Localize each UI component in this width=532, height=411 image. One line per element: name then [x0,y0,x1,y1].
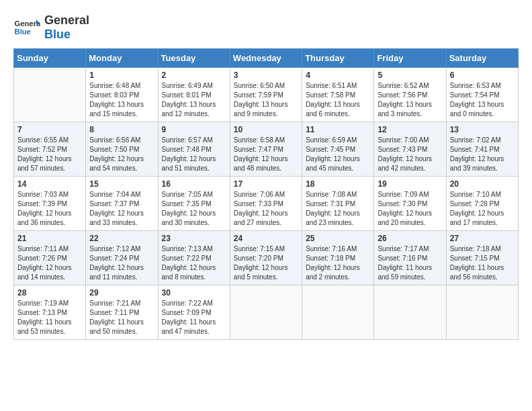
day-number: 9 [162,125,226,134]
calendar-cell: 22Sunrise: 7:12 AMSunset: 7:24 PMDayligh… [86,231,158,285]
day-info: Sunrise: 7:05 AMSunset: 7:35 PMDaylight:… [162,190,226,228]
calendar-cell: 30Sunrise: 7:22 AMSunset: 7:09 PMDayligh… [158,285,230,340]
calendar-cell: 17Sunrise: 7:06 AMSunset: 7:33 PMDayligh… [230,177,302,231]
day-number: 16 [162,179,226,189]
calendar-header-row: SundayMondayTuesdayWednesdayThursdayFrid… [14,49,519,68]
calendar-week-row: 21Sunrise: 7:11 AMSunset: 7:26 PMDayligh… [14,231,519,285]
day-info: Sunrise: 7:13 AMSunset: 7:22 PMDaylight:… [162,244,226,282]
calendar-cell: 16Sunrise: 7:05 AMSunset: 7:35 PMDayligh… [158,177,230,231]
day-number: 19 [378,179,442,189]
day-info: Sunrise: 6:58 AMSunset: 7:47 PMDaylight:… [234,136,298,173]
logo-icon: General Blue [13,14,40,41]
day-info: Sunrise: 6:55 AMSunset: 7:52 PMDaylight:… [17,136,82,173]
col-header-sunday: Sunday [14,49,86,68]
day-number: 6 [450,71,515,80]
calendar-cell: 4Sunrise: 6:51 AMSunset: 7:58 PMDaylight… [302,68,374,122]
col-header-wednesday: Wednesday [230,49,302,68]
col-header-tuesday: Tuesday [158,49,230,68]
day-number: 28 [17,288,82,298]
calendar-cell: 8Sunrise: 6:56 AMSunset: 7:50 PMDaylight… [86,122,158,177]
day-number: 12 [378,125,442,134]
calendar-cell: 21Sunrise: 7:11 AMSunset: 7:26 PMDayligh… [14,231,86,285]
calendar-cell [230,285,302,340]
day-number: 20 [450,179,515,189]
calendar-cell: 15Sunrise: 7:04 AMSunset: 7:37 PMDayligh… [86,177,158,231]
page-header: General Blue General Blue [13,13,519,42]
calendar-week-row: 7Sunrise: 6:55 AMSunset: 7:52 PMDaylight… [14,122,519,177]
day-number: 18 [306,179,370,189]
calendar-cell: 6Sunrise: 6:53 AMSunset: 7:54 PMDaylight… [446,68,518,122]
day-number: 4 [306,71,370,80]
calendar-cell: 29Sunrise: 7:21 AMSunset: 7:11 PMDayligh… [86,285,158,340]
day-info: Sunrise: 6:53 AMSunset: 7:54 PMDaylight:… [450,81,515,119]
day-info: Sunrise: 7:10 AMSunset: 7:28 PMDaylight:… [450,190,515,228]
day-number: 23 [162,234,226,243]
calendar-cell: 19Sunrise: 7:09 AMSunset: 7:30 PMDayligh… [374,177,446,231]
day-number: 13 [450,125,515,134]
day-info: Sunrise: 6:57 AMSunset: 7:48 PMDaylight:… [162,136,226,173]
day-info: Sunrise: 6:48 AMSunset: 8:03 PMDaylight:… [89,81,154,119]
day-number: 7 [17,125,82,134]
logo-blue: Blue [44,28,71,41]
day-number: 21 [17,234,82,243]
day-info: Sunrise: 7:15 AMSunset: 7:20 PMDaylight:… [234,244,298,282]
calendar-week-row: 1Sunrise: 6:48 AMSunset: 8:03 PMDaylight… [14,68,519,122]
calendar-cell: 1Sunrise: 6:48 AMSunset: 8:03 PMDaylight… [86,68,158,122]
day-info: Sunrise: 6:52 AMSunset: 7:56 PMDaylight:… [378,81,442,119]
day-number: 10 [234,125,298,134]
calendar-cell: 10Sunrise: 6:58 AMSunset: 7:47 PMDayligh… [230,122,302,177]
day-info: Sunrise: 7:08 AMSunset: 7:31 PMDaylight:… [306,190,370,228]
day-number: 30 [162,288,226,298]
day-number: 26 [378,234,442,243]
calendar-week-row: 14Sunrise: 7:03 AMSunset: 7:39 PMDayligh… [14,177,519,231]
day-number: 15 [89,179,154,189]
day-number: 3 [234,71,298,80]
day-info: Sunrise: 7:16 AMSunset: 7:18 PMDaylight:… [306,244,370,282]
calendar-cell: 25Sunrise: 7:16 AMSunset: 7:18 PMDayligh… [302,231,374,285]
day-info: Sunrise: 7:18 AMSunset: 7:15 PMDaylight:… [450,244,515,282]
col-header-thursday: Thursday [302,49,374,68]
calendar-cell: 2Sunrise: 6:49 AMSunset: 8:01 PMDaylight… [158,68,230,122]
day-info: Sunrise: 6:51 AMSunset: 7:58 PMDaylight:… [306,81,370,119]
day-info: Sunrise: 7:22 AMSunset: 7:09 PMDaylight:… [162,299,226,336]
day-info: Sunrise: 6:59 AMSunset: 7:45 PMDaylight:… [306,136,370,173]
day-number: 25 [306,234,370,243]
svg-text:Blue: Blue [15,28,31,36]
col-header-friday: Friday [374,49,446,68]
day-info: Sunrise: 7:03 AMSunset: 7:39 PMDaylight:… [17,190,82,228]
day-info: Sunrise: 7:12 AMSunset: 7:24 PMDaylight:… [89,244,154,282]
calendar-cell [14,68,86,122]
day-info: Sunrise: 7:02 AMSunset: 7:41 PMDaylight:… [450,136,515,173]
day-number: 14 [17,179,82,189]
col-header-monday: Monday [86,49,158,68]
day-number: 22 [89,234,154,243]
day-number: 11 [306,125,370,134]
calendar-cell: 26Sunrise: 7:17 AMSunset: 7:16 PMDayligh… [374,231,446,285]
day-info: Sunrise: 7:21 AMSunset: 7:11 PMDaylight:… [89,299,154,336]
day-number: 1 [89,71,154,80]
calendar-cell [446,285,518,340]
calendar-cell: 5Sunrise: 6:52 AMSunset: 7:56 PMDaylight… [374,68,446,122]
day-number: 29 [89,288,154,298]
day-info: Sunrise: 7:17 AMSunset: 7:16 PMDaylight:… [378,244,442,282]
calendar-cell: 3Sunrise: 6:50 AMSunset: 7:59 PMDaylight… [230,68,302,122]
calendar-cell [302,285,374,340]
day-info: Sunrise: 7:11 AMSunset: 7:26 PMDaylight:… [17,244,82,282]
day-number: 5 [378,71,442,80]
calendar-cell: 14Sunrise: 7:03 AMSunset: 7:39 PMDayligh… [14,177,86,231]
calendar-cell: 13Sunrise: 7:02 AMSunset: 7:41 PMDayligh… [446,122,518,177]
calendar-cell [374,285,446,340]
day-info: Sunrise: 7:19 AMSunset: 7:13 PMDaylight:… [17,299,82,336]
calendar-cell: 28Sunrise: 7:19 AMSunset: 7:13 PMDayligh… [14,285,86,340]
calendar-table: SundayMondayTuesdayWednesdayThursdayFrid… [13,48,519,340]
day-info: Sunrise: 6:56 AMSunset: 7:50 PMDaylight:… [89,136,154,173]
calendar-cell: 27Sunrise: 7:18 AMSunset: 7:15 PMDayligh… [446,231,518,285]
calendar-cell: 24Sunrise: 7:15 AMSunset: 7:20 PMDayligh… [230,231,302,285]
calendar-cell: 7Sunrise: 6:55 AMSunset: 7:52 PMDaylight… [14,122,86,177]
day-info: Sunrise: 7:06 AMSunset: 7:33 PMDaylight:… [234,190,298,228]
day-info: Sunrise: 6:49 AMSunset: 8:01 PMDaylight:… [162,81,226,119]
col-header-saturday: Saturday [446,49,518,68]
calendar-cell: 20Sunrise: 7:10 AMSunset: 7:28 PMDayligh… [446,177,518,231]
calendar-cell: 12Sunrise: 7:00 AMSunset: 7:43 PMDayligh… [374,122,446,177]
day-number: 2 [162,71,226,80]
